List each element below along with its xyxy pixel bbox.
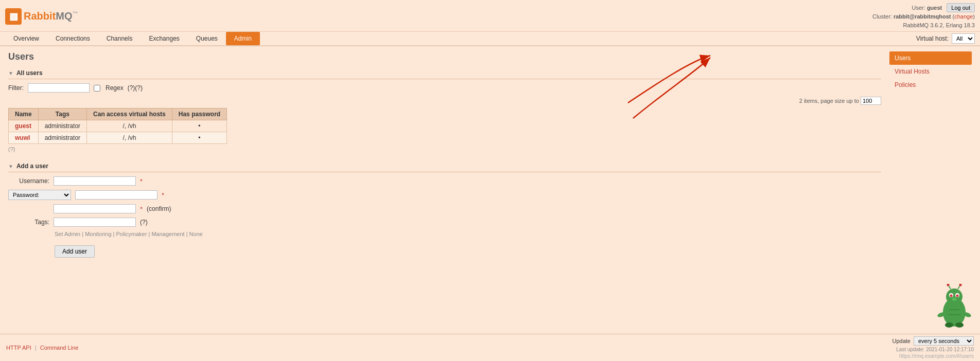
footer-links: HTTP API | Command Line [6, 345, 78, 351]
right-panel: Users Virtual Hosts Policies [889, 51, 972, 266]
username-label: Username: [8, 177, 49, 185]
tag-none-link[interactable]: None [189, 231, 203, 237]
all-users-title: All users [16, 69, 43, 77]
regex-checkbox[interactable] [94, 85, 100, 92]
add-user-section: ▼ Add a user Username: * Password: Hashe… [8, 160, 881, 258]
password-row: Password: Hashed password: * [8, 190, 881, 200]
users-table: Name Tags Can access virtual hosts Has p… [8, 108, 227, 144]
col-tags: Tags [38, 109, 86, 120]
tags-label: Tags: [8, 219, 49, 226]
logout-button[interactable]: Log out [947, 3, 975, 12]
all-users-section: ▼ All users Filter: Regex (?)(?) 2 items… [8, 67, 881, 152]
tag-management-link[interactable]: Management [151, 231, 184, 237]
command-line-link[interactable]: Command Line [40, 345, 79, 351]
virtual-host-select[interactable]: All / /vh [952, 33, 975, 44]
tag-policymaker-link[interactable]: Policymaker [116, 231, 147, 237]
pagination-input[interactable] [861, 97, 881, 105]
svg-point-1 [946, 288, 962, 305]
tags-row: Tags: (?) [8, 218, 881, 227]
header-right: User: guest Log out Cluster: rabbit@rabb… [872, 3, 975, 29]
regex-hint: (?)(?) [128, 84, 143, 92]
main-content: Users ▼ All users Filter: Regex (?)(?) 2… [0, 46, 980, 271]
table-row: wuwl administrator /, /vh • [9, 132, 227, 144]
required-marker: * [140, 205, 143, 213]
http-api-link[interactable]: HTTP API [6, 345, 31, 351]
cluster-change-link[interactable]: change [954, 13, 973, 20]
svg-point-4 [950, 295, 953, 297]
password-input[interactable] [75, 190, 157, 200]
user-vhosts-cell: /, /vh [87, 132, 172, 144]
tags-hint: (?) [140, 219, 148, 226]
user-password-cell: • [172, 132, 226, 144]
sidebar-item-policies[interactable]: Policies [889, 78, 972, 92]
footer-bar: HTTP API | Command Line Update every 5 s… [0, 334, 980, 361]
page-title: Users [8, 51, 881, 62]
confirm-label: (confirm) [147, 205, 171, 212]
nav-bar: Overview Connections Channels Exchanges … [0, 32, 980, 46]
update-label: Update [892, 338, 911, 344]
user-name: guest [927, 5, 942, 11]
nav-tab-channels[interactable]: Channels [98, 32, 141, 45]
toggle-icon: ▼ [8, 70, 13, 76]
virtual-host-area: Virtual host: All / /vh [916, 33, 975, 44]
sidebar-item-users[interactable]: Users [889, 51, 972, 65]
filter-input[interactable] [28, 83, 90, 93]
col-password: Has password [172, 109, 226, 120]
cluster-label: Cluster: [872, 13, 892, 20]
url-bar: https://rmq.example.com/#/users [899, 353, 974, 359]
cluster-name: rabbit@rabbitmqhost [894, 13, 951, 20]
svg-point-6 [952, 298, 956, 301]
toggle-icon: ▼ [8, 164, 13, 169]
last-update: Last update: 2021-01-20 12:17:10 [896, 347, 974, 352]
update-row: Update every 5 seconds every 10 seconds … [892, 336, 974, 346]
nav-tab-exchanges[interactable]: Exchanges [141, 32, 187, 45]
nav-tab-overview[interactable]: Overview [5, 32, 47, 45]
password-confirm-input[interactable] [54, 204, 136, 213]
password-select-area: Password: Hashed password: [8, 190, 71, 200]
left-panel: Users ▼ All users Filter: Regex (?)(?) 2… [8, 51, 881, 266]
table-header-row: Name Tags Can access virtual hosts Has p… [9, 109, 227, 120]
sidebar-menu: Users Virtual Hosts Policies [889, 51, 972, 92]
all-users-header[interactable]: ▼ All users [8, 67, 881, 79]
password-type-select[interactable]: Password: Hashed password: [8, 190, 71, 200]
mascot-figure [934, 284, 975, 330]
update-select[interactable]: every 5 seconds every 10 seconds every 3… [914, 336, 974, 346]
required-marker: * [140, 177, 143, 185]
tag-monitoring-link[interactable]: Monitoring [85, 231, 111, 237]
rabbitmq-logo-icon: ▩ [5, 8, 22, 25]
user-tags-cell: administrator [38, 120, 86, 132]
pagination-text: 2 items, page size up to [799, 98, 859, 104]
add-user-header[interactable]: ▼ Add a user [8, 160, 881, 172]
username-input[interactable] [54, 176, 136, 186]
svg-point-5 [956, 295, 959, 297]
table-row: guest administrator /, /vh • [9, 120, 227, 132]
user-label: User: [912, 5, 925, 11]
filter-label: Filter: [8, 84, 24, 92]
svg-point-13 [945, 322, 953, 328]
version-info: RabbitMQ 3.6.2, Erlang 18.3 [903, 22, 975, 28]
user-link-wuwl[interactable]: wuwl [15, 134, 30, 141]
svg-point-14 [955, 322, 964, 328]
nav-tab-connections[interactable]: Connections [47, 32, 98, 45]
user-link-guest[interactable]: guest [15, 122, 31, 130]
required-marker: * [162, 191, 164, 199]
tags-shortcuts: Set Admin | Monitoring | Policymaker | M… [55, 231, 881, 237]
nav-tab-admin[interactable]: Admin [226, 32, 260, 45]
pagination-row: 2 items, page size up to [8, 97, 881, 105]
add-user-button[interactable]: Add user [55, 245, 95, 258]
sidebar-item-virtual-hosts[interactable]: Virtual Hosts [889, 65, 972, 78]
user-vhosts-cell: /, /vh [87, 120, 172, 132]
password-confirm-row: * (confirm) [8, 204, 881, 213]
footer-right: Update every 5 seconds every 10 seconds … [892, 336, 974, 359]
logo-text: RabbitMQ™ [24, 10, 78, 22]
virtual-host-label: Virtual host: [916, 35, 949, 42]
username-row: Username: * [8, 176, 881, 186]
col-vhosts: Can access virtual hosts [87, 109, 172, 120]
nav-tab-queues[interactable]: Queues [188, 32, 226, 45]
tag-admin-link[interactable]: Admin [64, 231, 80, 237]
header: ▩ RabbitMQ™ User: guest Log out Cluster:… [0, 0, 980, 32]
add-user-title: Add a user [16, 163, 48, 170]
logo-area: ▩ RabbitMQ™ [5, 8, 78, 25]
tags-input[interactable] [54, 218, 136, 227]
footer-divider: | [35, 345, 37, 351]
